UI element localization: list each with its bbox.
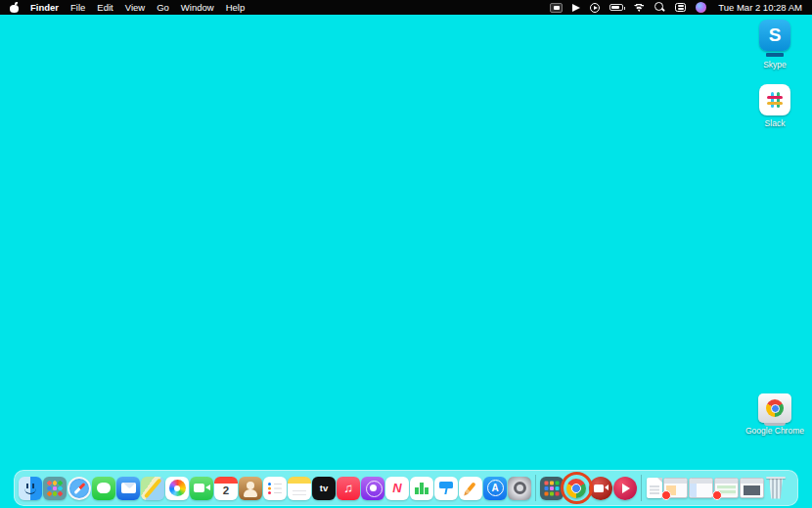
notes-dock-icon[interactable] bbox=[288, 477, 311, 500]
photos-dock-icon[interactable] bbox=[165, 477, 189, 500]
desktop-icon-skype[interactable]: S Skype bbox=[744, 20, 806, 69]
window-thumb-1-icon bbox=[664, 479, 687, 497]
menu-clock[interactable]: Tue Mar 2 10:28 AM bbox=[718, 2, 802, 13]
skype-glyph: S bbox=[769, 24, 782, 46]
desktop-icon-label-google-chrome: Google Chrome bbox=[745, 426, 804, 436]
siri-icon[interactable] bbox=[696, 2, 706, 13]
photos-icon bbox=[169, 480, 186, 496]
trash-dock-icon[interactable] bbox=[765, 477, 787, 500]
launchpad-dock-icon[interactable] bbox=[43, 477, 67, 500]
apple-menu-icon[interactable] bbox=[10, 2, 19, 13]
menu-item-view[interactable]: View bbox=[125, 2, 145, 13]
news-icon: N bbox=[392, 482, 401, 494]
system-preferences-icon bbox=[514, 482, 526, 494]
messages-icon bbox=[97, 483, 111, 493]
finder-dock-icon[interactable] bbox=[19, 477, 42, 500]
podcasts-dock-icon[interactable] bbox=[361, 477, 384, 500]
window-thumb-3-icon bbox=[715, 479, 738, 497]
music-dock-icon[interactable]: ♫ bbox=[337, 477, 360, 500]
chrome-logo-icon bbox=[766, 399, 784, 417]
window-thumb-4-icon bbox=[741, 479, 763, 497]
dock-separator bbox=[641, 475, 642, 501]
desktop-icon-google-chrome[interactable]: Google Chrome bbox=[744, 393, 806, 436]
keynote-dock-icon[interactable] bbox=[434, 477, 458, 500]
menu-item-window[interactable]: Window bbox=[181, 2, 214, 13]
screen-recording-indicator-icon[interactable] bbox=[550, 3, 563, 13]
menu-item-help[interactable]: Help bbox=[226, 2, 246, 13]
launchpad-icon bbox=[47, 481, 63, 496]
slack-hash-icon bbox=[767, 92, 783, 108]
skype-badge bbox=[766, 53, 784, 57]
facetime-dock-icon[interactable] bbox=[190, 477, 213, 500]
numbers-icon bbox=[415, 482, 429, 494]
menu-bar-left: Finder File Edit View Go Window Help bbox=[10, 2, 245, 13]
grid-app-dock-icon[interactable] bbox=[540, 477, 564, 500]
calendar-icon: 2 bbox=[223, 480, 229, 497]
window-thumb-2-dock-icon[interactable] bbox=[689, 478, 713, 498]
system-preferences-dock-icon[interactable] bbox=[508, 477, 531, 500]
dock-separator bbox=[535, 475, 536, 501]
calendar-dock-icon[interactable]: 2 bbox=[214, 477, 238, 500]
window-thumb-2-icon bbox=[690, 479, 712, 497]
battery-icon[interactable] bbox=[609, 4, 623, 11]
window-thumb-1-dock-icon[interactable] bbox=[663, 478, 688, 498]
pages-icon bbox=[465, 482, 475, 494]
document-dock-icon[interactable] bbox=[646, 477, 662, 500]
mail-icon bbox=[121, 483, 136, 493]
menu-bar-status-area: Tue Mar 2 10:28 AM bbox=[550, 2, 802, 13]
reminders-icon bbox=[267, 482, 283, 495]
maps-dock-icon[interactable] bbox=[141, 477, 164, 500]
numbers-dock-icon[interactable] bbox=[410, 477, 433, 500]
reminders-dock-icon[interactable] bbox=[263, 477, 287, 500]
app-store-dock-icon[interactable]: A bbox=[483, 477, 507, 500]
share-arrow-icon[interactable] bbox=[572, 4, 580, 12]
menu-item-edit[interactable]: Edit bbox=[97, 2, 113, 13]
menu-bar: Finder File Edit View Go Window Help Tue… bbox=[0, 0, 812, 15]
wifi-icon[interactable] bbox=[633, 3, 645, 12]
desktop-icon-label-skype: Skype bbox=[763, 60, 787, 69]
document-icon bbox=[647, 478, 662, 498]
menu-item-file[interactable]: File bbox=[70, 2, 85, 13]
tv-dock-icon[interactable]: tv bbox=[312, 477, 336, 500]
keynote-icon bbox=[439, 482, 453, 494]
record-app-dock-icon[interactable] bbox=[613, 477, 637, 500]
news-dock-icon[interactable]: N bbox=[385, 477, 409, 500]
facetime-icon bbox=[194, 484, 204, 492]
skype-app-icon: S bbox=[759, 20, 790, 51]
safari-dock-icon[interactable] bbox=[68, 477, 91, 500]
camera-app-dock-icon[interactable] bbox=[589, 477, 612, 500]
maps-icon bbox=[144, 478, 161, 498]
menu-app-name[interactable]: Finder bbox=[30, 2, 59, 13]
window-thumb-4-dock-icon[interactable] bbox=[740, 478, 764, 498]
pages-dock-icon[interactable] bbox=[459, 477, 482, 500]
desktop-icon-slack[interactable]: Slack bbox=[744, 84, 806, 128]
chrome-dock-icon[interactable] bbox=[564, 477, 588, 500]
camera-app-icon bbox=[594, 485, 604, 492]
window-thumb-3-dock-icon[interactable] bbox=[714, 478, 739, 498]
trash-icon bbox=[768, 478, 785, 499]
finder-icon bbox=[23, 483, 37, 494]
mail-dock-icon[interactable] bbox=[116, 477, 140, 500]
record-app-icon bbox=[622, 484, 630, 493]
slack-app-icon bbox=[759, 84, 790, 115]
messages-dock-icon[interactable] bbox=[92, 477, 115, 500]
app-store-icon: A bbox=[487, 480, 504, 496]
chrome-icon bbox=[566, 479, 586, 498]
tv-icon: tv bbox=[320, 484, 328, 493]
music-icon: ♫ bbox=[343, 482, 353, 494]
chrome-installer-drive-icon bbox=[758, 393, 791, 423]
podcasts-icon bbox=[370, 485, 377, 491]
play-status-icon[interactable] bbox=[590, 3, 600, 13]
menu-item-go[interactable]: Go bbox=[157, 2, 169, 13]
desktop-surface[interactable]: Finder File Edit View Go Window Help Tue… bbox=[0, 0, 812, 508]
notes-icon bbox=[293, 487, 306, 497]
contacts-icon bbox=[247, 482, 254, 489]
desktop-icon-label-slack: Slack bbox=[765, 118, 786, 128]
control-center-icon[interactable] bbox=[675, 3, 686, 12]
dock: 2tv♫NA bbox=[14, 470, 798, 506]
spotlight-search-icon[interactable] bbox=[654, 2, 665, 13]
contacts-dock-icon[interactable] bbox=[239, 477, 262, 500]
safari-icon bbox=[69, 479, 89, 498]
grid-app-icon bbox=[545, 481, 549, 485]
